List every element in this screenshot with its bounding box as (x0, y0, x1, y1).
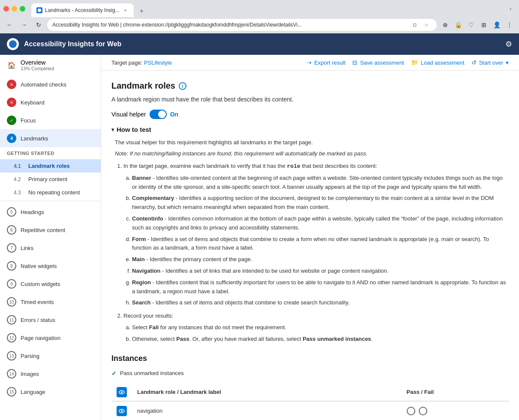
sidebar-item-native-widgets[interactable]: 8 Native widgets (0, 257, 101, 275)
pass-unmarked-button[interactable]: ✓ Pass unmarked instances (111, 370, 509, 377)
instruction-step-1: In the target page, examine each landmar… (123, 162, 509, 307)
record-results-list: Select Fail for any instances that do no… (123, 323, 509, 344)
instances-section: Instances ✓ Pass unmarked instances (111, 354, 509, 420)
extension-icon-1[interactable]: ⊕ (439, 19, 451, 31)
native-widgets-icon: 8 (7, 261, 16, 271)
sub-nav-label-primary-content: Primary content (28, 176, 67, 182)
how-to-test-body: The visual helper for this requirement h… (111, 138, 509, 344)
landmark-type-region: Region - Identifies content that is suff… (132, 278, 509, 296)
headings-icon: 5 (7, 207, 16, 217)
sidebar-item-links[interactable]: 7 Links (0, 239, 101, 257)
sidebar-item-images[interactable]: 14 Images (0, 365, 101, 383)
sidebar-item-overview[interactable]: 🏠 Overview 13% Completed (0, 55, 101, 75)
timed-events-icon: 10 (7, 297, 16, 307)
sub-nav-item-primary-content[interactable]: 4.2 Primary content (0, 173, 101, 186)
sidebar-item-language[interactable]: 15 Language (0, 383, 101, 401)
row-eye-icon[interactable] (117, 406, 127, 416)
sidebar-item-page-navigation[interactable]: 12 Page navigation (0, 329, 101, 347)
settings-icon[interactable]: ⚙ (505, 39, 512, 49)
landmark-type-contentinfo: Contentinfo - Identifies common informat… (132, 214, 509, 232)
back-button[interactable]: ← (3, 19, 15, 31)
tab-close-button[interactable]: × (122, 7, 129, 14)
app-title: Accessibility Insights for Web (24, 40, 121, 48)
menu-icon[interactable]: ⋮ (504, 19, 516, 31)
save-assessment-button[interactable]: ⊟ Save assessment (352, 59, 404, 66)
col-landmark-role: Landmark role / Landmark label (132, 384, 402, 401)
sidebar-divider (0, 201, 101, 201)
keyboard-label: Keyboard (21, 99, 45, 106)
url-bar[interactable]: Accessibility Insights for Web | chrome-… (47, 19, 437, 31)
sidebar-item-repetitive-content[interactable]: 6 Repetitive content (0, 221, 101, 239)
url-text: Accessibility Insights for Web | chrome-… (52, 22, 302, 28)
extensions-icon[interactable]: ⊞ (478, 19, 490, 31)
toggle-thumb (158, 110, 166, 118)
save-icon: ⊟ (352, 59, 357, 66)
bookmark-icon[interactable]: ☆ (421, 20, 432, 30)
overview-info: Overview 13% Completed (21, 59, 54, 71)
sidebar-item-landmarks[interactable]: 4 Landmarks (0, 129, 101, 147)
sidebar-item-automated-checks[interactable]: ✕ Automated checks (0, 75, 101, 93)
minimize-dot[interactable] (12, 6, 17, 12)
instances-table: Landmark role / Landmark label Pass / Fa… (111, 384, 509, 420)
landmark-types-list: Banner - Identifies site-oriented conten… (123, 174, 509, 307)
record-result-fail: Select Fail for any instances that do no… (132, 323, 509, 332)
sidebar-item-focus[interactable]: ✓ Focus (0, 111, 101, 129)
profile-icon[interactable]: 👤 (491, 19, 503, 31)
sub-nav-item-no-repeating[interactable]: 4.3 No repeating content (0, 186, 101, 199)
target-page-label: Target page: PSLifestyle (111, 60, 172, 66)
overview-icon: 🏠 (7, 60, 16, 70)
repetitive-content-label: Repetitive content (21, 227, 65, 233)
row-landmark-role: navigation (132, 401, 402, 420)
share-icon[interactable]: ⊡ (409, 20, 420, 30)
sidebar: 🏠 Overview 13% Completed ✕ Automated che… (0, 55, 101, 420)
extension-icon-2[interactable]: 🔒 (452, 19, 464, 31)
start-over-button[interactable]: ↺ Start over ▾ (471, 59, 509, 66)
sidebar-item-custom-widgets[interactable]: 9 Custom widgets (0, 275, 101, 293)
maximize-dot[interactable] (20, 6, 25, 12)
section-title: Landmark roles i (111, 81, 509, 91)
section-desc: A landmark region must have the role tha… (111, 96, 509, 103)
start-over-chevron: ▾ (506, 60, 509, 66)
sidebar-item-parsing[interactable]: 13 Parsing (0, 347, 101, 365)
timed-events-label: Timed events (21, 299, 54, 305)
how-to-test-header[interactable]: ▾ How to test (111, 126, 509, 133)
automated-checks-icon: ✕ (7, 80, 16, 89)
fail-radio[interactable] (419, 407, 427, 415)
refresh-button[interactable]: ↻ (33, 19, 45, 31)
sidebar-item-timed-events[interactable]: 10 Timed events (0, 293, 101, 311)
landmark-type-complementary: Complementary - Identifies a supporting … (132, 194, 509, 212)
custom-widgets-icon: 9 (7, 279, 16, 289)
browser-chrome: Landmarks - Accessibility Insig... × + › (0, 0, 519, 17)
landmark-type-search: Search - Identifies a set of items and o… (132, 298, 509, 307)
how-to-test-title: How to test (117, 126, 151, 133)
instruction-main-text: The visual helper for this requirement h… (115, 138, 509, 147)
close-dot[interactable] (3, 6, 9, 12)
sidebar-item-headings[interactable]: 5 Headings (0, 203, 101, 221)
instances-table-head: Landmark role / Landmark label Pass / Fa… (111, 384, 509, 401)
links-icon: 7 (7, 243, 16, 253)
export-result-button[interactable]: ⇢ Export result (306, 59, 345, 66)
tab-chevron[interactable]: › (505, 3, 516, 14)
step1-prefix: In the target page, examine each landmar… (123, 163, 287, 169)
visual-helper-toggle[interactable] (150, 110, 167, 119)
sidebar-item-errors-status[interactable]: 11 Errors / status (0, 311, 101, 329)
pass-radio[interactable] (407, 407, 415, 415)
sidebar-item-keyboard[interactable]: ✕ Keyboard (0, 93, 101, 111)
radio-group (407, 407, 504, 415)
extension-icon-3[interactable]: ♡ (465, 19, 477, 31)
table-row: navigation (111, 401, 509, 420)
visual-helper-label: Visual helper (111, 111, 146, 118)
app-logo (7, 38, 19, 50)
svg-point-2 (121, 391, 123, 393)
target-page-link[interactable]: PSLifestyle (144, 60, 172, 66)
native-widgets-label: Native widgets (21, 263, 57, 269)
sub-nav-item-landmark-roles[interactable]: 4.1 Landmark roles (0, 159, 101, 173)
new-tab-button[interactable]: + (135, 5, 147, 17)
load-assessment-button[interactable]: 📁 Load assessment (411, 59, 465, 66)
info-icon[interactable]: i (179, 82, 186, 90)
svg-point-0 (38, 9, 41, 12)
active-tab[interactable]: Landmarks - Accessibility Insig... × (31, 3, 134, 17)
errors-status-label: Errors / status (21, 317, 55, 323)
export-icon: ⇢ (306, 59, 312, 66)
forward-button[interactable]: → (18, 19, 30, 31)
